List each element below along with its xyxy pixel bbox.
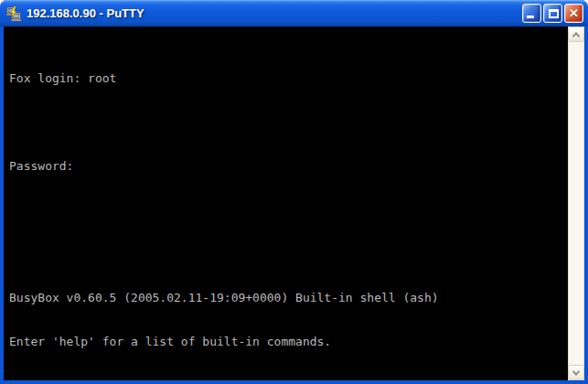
title-bar[interactable]: 192.168.0.90 - PuTTY ✕ (0, 0, 588, 27)
minimize-button[interactable] (522, 4, 541, 23)
putty-app-icon[interactable] (5, 5, 22, 22)
maximize-icon (549, 9, 559, 18)
terminal-screen[interactable]: Fox login: root Password: BusyBox v0.60.… (4, 27, 568, 380)
terminal-line (9, 203, 568, 218)
maximize-button[interactable] (543, 4, 562, 23)
close-icon: ✕ (569, 7, 579, 19)
scrollbar-track[interactable] (568, 42, 584, 365)
chevron-up-icon (572, 32, 580, 39)
window-title: 192.168.0.90 - PuTTY (27, 6, 520, 21)
scrollbar-thumb[interactable] (568, 42, 584, 365)
terminal-line: Enter 'help' for a list of built-in comm… (9, 335, 568, 349)
scroll-down-button[interactable] (568, 365, 584, 380)
minimize-icon (527, 16, 534, 18)
window-body: Fox login: root Password: BusyBox v0.60.… (0, 27, 588, 384)
terminal-line: Fox login: root (9, 71, 568, 86)
scroll-up-button[interactable] (568, 27, 584, 42)
terminal-line: BusyBox v0.60.5 (2005.02.11-19:09+0000) … (9, 291, 568, 305)
putty-window: 192.168.0.90 - PuTTY ✕ Fox login: root P… (0, 0, 588, 384)
chevron-down-icon (572, 368, 580, 375)
terminal-line (9, 379, 568, 380)
close-button[interactable]: ✕ (564, 4, 583, 23)
scrollbar[interactable] (568, 27, 584, 380)
terminal-line: Password: (9, 159, 568, 174)
terminal-line (9, 247, 568, 261)
terminal-line (9, 115, 568, 130)
